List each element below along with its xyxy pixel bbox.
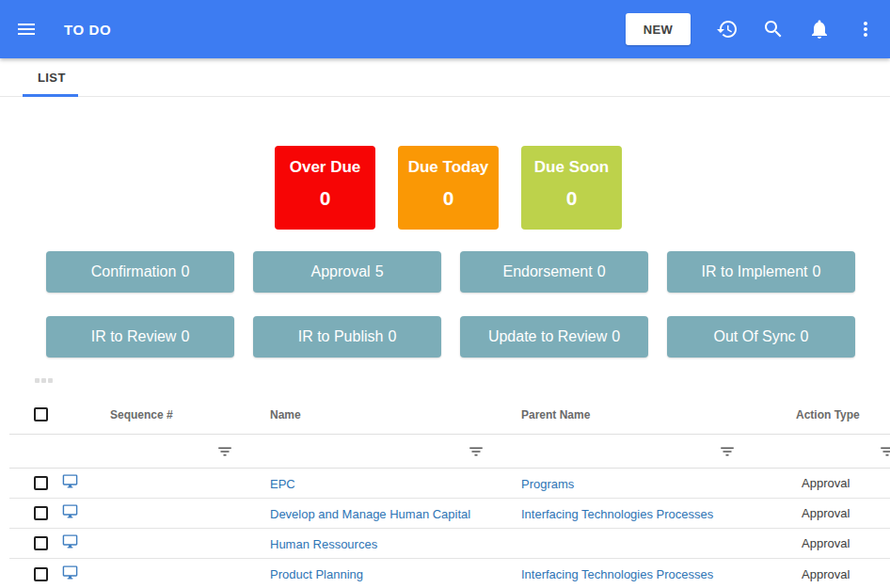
history-icon[interactable] xyxy=(716,18,739,40)
table-row: Product Planning Interfacing Technologie… xyxy=(9,559,890,588)
tab-list-label: LIST xyxy=(38,71,66,85)
table-header-row: Sequence # Name Parent Name Action Type xyxy=(9,395,890,435)
summary-cards: Over Due 0 Due Today 0 Due Soon 0 xyxy=(275,146,622,230)
cell-name-link[interactable]: Product Planning xyxy=(270,567,363,581)
row-checkbox[interactable] xyxy=(34,476,48,490)
endorsement-button[interactable]: Endorsement 0 xyxy=(460,251,648,293)
table-row: EPC Programs Approval xyxy=(9,469,890,499)
row-checkbox[interactable] xyxy=(34,506,48,520)
category-buttons: Confirmation 0 Approval 5 Endorsement 0 … xyxy=(46,251,855,358)
more-vert-icon[interactable] xyxy=(854,18,877,40)
menu-icon[interactable] xyxy=(15,18,38,40)
tab-list[interactable]: LIST xyxy=(38,58,66,97)
overdue-card[interactable]: Over Due 0 xyxy=(275,146,375,230)
filter-icon[interactable] xyxy=(468,443,485,460)
due-today-card-label: Due Today xyxy=(408,158,489,177)
update-to-review-button[interactable]: Update to Review 0 xyxy=(460,316,648,358)
cell-action-type: Approval xyxy=(796,567,890,581)
ir-to-review-button[interactable]: IR to Review 0 xyxy=(46,316,234,358)
ir-to-publish-button[interactable]: IR to Publish 0 xyxy=(253,316,441,358)
due-today-card[interactable]: Due Today 0 xyxy=(398,146,499,230)
table-row: Human Ressources Approval xyxy=(9,529,890,559)
cell-parent-link[interactable]: Programs xyxy=(521,477,574,491)
column-header-parent[interactable]: Parent Name xyxy=(521,408,796,421)
monitor-icon[interactable] xyxy=(62,473,78,489)
confirmation-button[interactable]: Confirmation 0 xyxy=(46,251,234,293)
filter-icon[interactable] xyxy=(719,443,736,460)
todo-screen: TO DO NEW LIST Over Due 0 xyxy=(0,0,890,588)
filter-icon[interactable] xyxy=(216,443,233,460)
column-header-action-type[interactable]: Action Type xyxy=(796,408,890,421)
cell-name-link[interactable]: Develop and Manage Human Capital xyxy=(270,507,470,521)
overdue-card-label: Over Due xyxy=(290,158,361,177)
monitor-icon[interactable] xyxy=(62,503,78,519)
cell-name-link[interactable]: EPC xyxy=(270,477,295,491)
column-header-sequence[interactable]: Sequence # xyxy=(94,408,270,421)
monitor-icon[interactable] xyxy=(62,564,78,580)
due-soon-card-label: Due Soon xyxy=(534,158,609,177)
row-checkbox[interactable] xyxy=(34,567,48,581)
due-today-card-count: 0 xyxy=(443,187,454,210)
due-soon-card[interactable]: Due Soon 0 xyxy=(521,146,622,230)
cell-action-type: Approval xyxy=(796,536,890,550)
ir-to-implement-button[interactable]: IR to Implement 0 xyxy=(667,251,855,293)
monitor-icon[interactable] xyxy=(62,533,78,549)
filter-icon[interactable] xyxy=(879,443,890,460)
select-all-checkbox[interactable] xyxy=(34,407,48,421)
cell-action-type: Approval xyxy=(796,506,890,520)
new-button[interactable]: NEW xyxy=(626,13,691,45)
app-bar: TO DO NEW xyxy=(0,0,890,58)
cell-action-type: Approval xyxy=(796,476,890,490)
cell-parent-link[interactable]: Interfacing Technologies Processes xyxy=(521,507,713,521)
overdue-card-count: 0 xyxy=(320,187,331,210)
approval-button[interactable]: Approval 5 xyxy=(253,251,441,293)
out-of-sync-button[interactable]: Out Of Sync 0 xyxy=(667,316,855,358)
appbar-actions: NEW xyxy=(626,13,877,45)
table-options-dots[interactable] xyxy=(35,378,53,383)
column-header-name[interactable]: Name xyxy=(270,408,521,421)
table-filter-row xyxy=(9,435,890,469)
table-row: Develop and Manage Human Capital Interfa… xyxy=(9,499,890,529)
tab-bar: LIST xyxy=(0,58,890,97)
cell-name-link[interactable]: Human Ressources xyxy=(270,537,377,551)
cell-parent-link[interactable]: Interfacing Technologies Processes xyxy=(521,567,713,581)
todo-table: Sequence # Name Parent Name Action Type … xyxy=(9,395,890,588)
due-soon-card-count: 0 xyxy=(566,187,578,210)
active-tab-indicator xyxy=(23,94,78,97)
search-icon[interactable] xyxy=(762,18,785,40)
row-checkbox[interactable] xyxy=(34,536,48,550)
page-title: TO DO xyxy=(64,22,111,38)
notifications-icon[interactable] xyxy=(808,18,831,40)
